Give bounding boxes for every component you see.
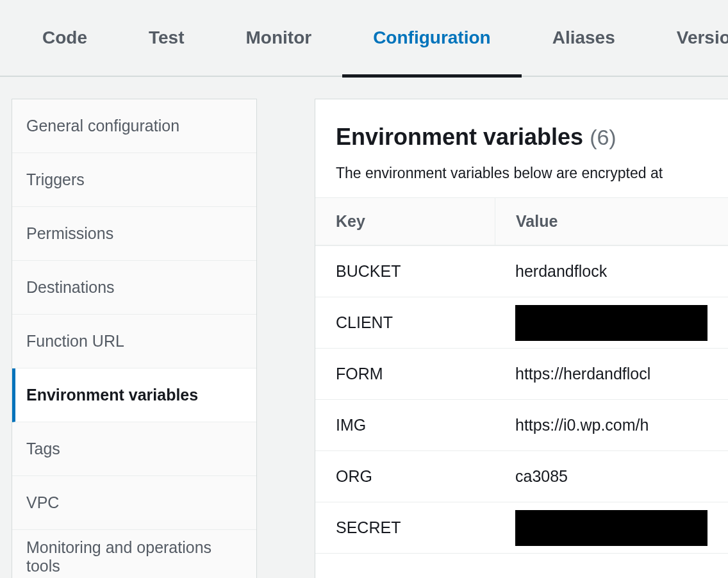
sidebar-item-monitoring[interactable]: Monitoring and operations tools	[12, 530, 256, 578]
cell-key: FORM	[315, 365, 495, 383]
column-header-key[interactable]: Key	[315, 198, 495, 245]
panel-count: (6)	[590, 125, 616, 150]
cell-value	[495, 305, 728, 341]
cell-key: ORG	[315, 467, 495, 486]
panel-title: Environment variables	[336, 124, 583, 151]
cell-value: ca3085	[495, 467, 728, 486]
cell-key: BUCKET	[315, 262, 495, 281]
tab-aliases[interactable]: Aliases	[522, 19, 646, 57]
panel-title-row: Environment variables (6)	[336, 124, 707, 151]
table-row[interactable]: BUCKET herdandflock	[315, 246, 728, 297]
table-row[interactable]: CLIENT	[315, 297, 728, 349]
sidebar-item-tags[interactable]: Tags	[12, 422, 256, 476]
cell-key: CLIENT	[315, 313, 495, 332]
cell-value	[495, 510, 728, 546]
panel-description: The environment variables below are encr…	[336, 165, 707, 182]
sidebar-item-triggers[interactable]: Triggers	[12, 153, 256, 207]
panel-header: Environment variables (6) The environmen…	[315, 99, 728, 197]
cell-key: SECRET	[315, 518, 495, 537]
tab-configuration[interactable]: Configuration	[342, 19, 522, 57]
tab-versions[interactable]: Versions	[646, 19, 728, 57]
cell-value: herdandflock	[495, 262, 728, 281]
sidebar-item-general[interactable]: General configuration	[12, 99, 256, 153]
tab-code[interactable]: Code	[12, 19, 118, 57]
table-row[interactable]: SECRET	[315, 502, 728, 554]
sidebar-item-env-vars[interactable]: Environment variables	[12, 368, 256, 422]
sidebar-item-destinations[interactable]: Destinations	[12, 261, 256, 315]
table-row[interactable]: IMG https://i0.wp.com/h	[315, 400, 728, 451]
env-vars-table: Key Value BUCKET herdandflock CLIENT FOR…	[315, 197, 728, 554]
redacted-block	[515, 305, 707, 341]
cell-value: https://i0.wp.com/h	[495, 416, 728, 434]
tabs-bar: Code Test Monitor Configuration Aliases …	[0, 0, 728, 77]
table-header-row: Key Value	[315, 197, 728, 246]
tab-monitor[interactable]: Monitor	[215, 19, 343, 57]
table-row[interactable]: FORM https://herdandflocl	[315, 349, 728, 400]
sidebar-item-permissions[interactable]: Permissions	[12, 207, 256, 261]
column-header-value[interactable]: Value	[495, 198, 728, 245]
redacted-block	[515, 510, 707, 546]
sidebar-item-function-url[interactable]: Function URL	[12, 315, 256, 368]
cell-key: IMG	[315, 416, 495, 434]
tab-test[interactable]: Test	[118, 19, 215, 57]
cell-value: https://herdandflocl	[495, 365, 728, 383]
sidebar-item-vpc[interactable]: VPC	[12, 476, 256, 530]
content-area: General configuration Triggers Permissio…	[0, 77, 728, 578]
config-sidebar: General configuration Triggers Permissio…	[12, 99, 257, 578]
env-vars-panel: Environment variables (6) The environmen…	[315, 99, 728, 578]
table-row[interactable]: ORG ca3085	[315, 451, 728, 502]
